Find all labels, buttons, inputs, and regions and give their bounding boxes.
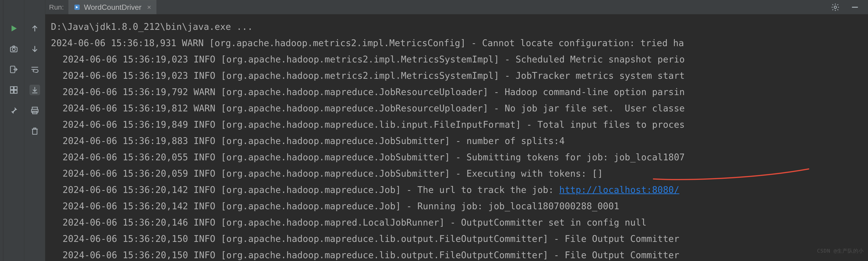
camera-icon[interactable] — [9, 44, 19, 54]
svg-rect-4 — [14, 87, 17, 90]
tracking-url-link[interactable]: http://localhost:8080/ — [559, 185, 679, 195]
log-line: 2024-06-06 15:36:18,931 WARN [org.apache… — [51, 35, 868, 51]
log-line: 2024-06-06 15:36:19,792 WARN [org.apache… — [51, 84, 868, 100]
gear-icon[interactable] — [830, 2, 840, 12]
log-line: 2024-06-06 15:36:19,023 INFO [org.apache… — [51, 51, 868, 68]
log-line: 2024-06-06 15:36:19,812 WARN [org.apache… — [51, 100, 868, 116]
log-line: 2024-06-06 15:36:20,146 INFO [org.apache… — [51, 214, 868, 231]
rerun-button[interactable] — [9, 23, 19, 34]
svg-rect-3 — [10, 87, 13, 90]
watermark-text: CSDN @生产队的小 — [817, 243, 864, 259]
pin-icon[interactable] — [9, 105, 19, 116]
print-icon[interactable] — [30, 105, 40, 116]
run-config-tab[interactable]: WordCountDriver × — [68, 0, 156, 14]
svg-point-1 — [12, 48, 15, 51]
svg-rect-5 — [10, 90, 13, 94]
trash-icon[interactable] — [30, 126, 40, 136]
log-line: 2024-06-06 15:36:19,849 INFO [org.apache… — [51, 116, 868, 133]
log-line: 2024-06-06 15:36:20,055 INFO [org.apache… — [51, 149, 868, 165]
console-output[interactable]: D:\Java\jdk1.8.0_212\bin\java.exe ...202… — [45, 14, 868, 261]
step-down-icon[interactable] — [30, 44, 40, 54]
window-left-rail — [0, 0, 3, 261]
svg-point-12 — [834, 6, 836, 8]
scroll-to-end-icon[interactable] — [30, 85, 40, 95]
log-line: 2024-06-06 15:36:20,142 INFO [org.apache… — [51, 198, 868, 214]
close-tab-icon[interactable]: × — [147, 3, 151, 11]
run-action-gutter-1 — [3, 0, 24, 261]
log-line: 2024-06-06 15:36:19,023 INFO [org.apache… — [51, 68, 868, 84]
app-icon — [73, 4, 81, 11]
step-up-icon[interactable] — [30, 23, 40, 34]
soft-wrap-icon[interactable] — [30, 64, 40, 75]
svg-rect-10 — [32, 129, 37, 134]
log-line: 2024-06-06 15:36:20,150 INFO [org.apache… — [51, 247, 868, 261]
run-tab-bar: Run: WordCountDriver × — [45, 0, 868, 14]
exit-icon[interactable] — [9, 64, 19, 75]
log-line: 2024-06-06 15:36:20,059 INFO [org.apache… — [51, 165, 868, 182]
layout-icon[interactable] — [9, 85, 19, 95]
log-line: 2024-06-06 15:36:20,142 INFO [org.apache… — [51, 182, 868, 198]
minimize-icon[interactable] — [850, 2, 860, 12]
run-label: Run: — [45, 0, 68, 14]
cmd-line: D:\Java\jdk1.8.0_212\bin\java.exe ... — [51, 18, 868, 35]
svg-rect-6 — [14, 90, 17, 94]
run-action-gutter-2 — [24, 0, 45, 261]
log-line: 2024-06-06 15:36:19,883 INFO [org.apache… — [51, 133, 868, 149]
run-config-tab-label: WordCountDriver — [84, 3, 142, 12]
log-line: 2024-06-06 15:36:20,150 INFO [org.apache… — [51, 231, 868, 247]
